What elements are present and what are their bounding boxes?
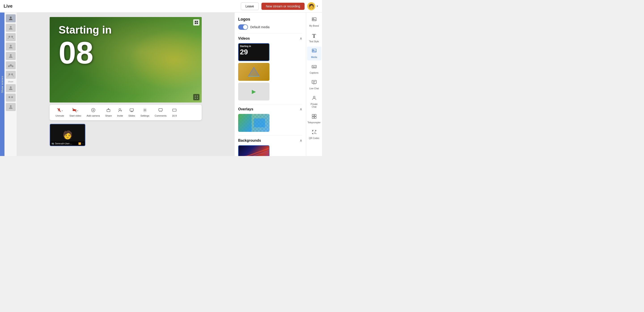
participant-slot[interactable] — [6, 61, 16, 69]
unmute-icon-group: ▾ — [57, 108, 63, 114]
header-right: Leave New stream or recording 🧑 ▼ — [241, 2, 318, 10]
svg-rect-56 — [312, 114, 314, 116]
sidebar-item-text-style[interactable]: T Text Style — [307, 31, 321, 45]
overlays-section: Overlays ∧ — [238, 107, 302, 132]
sidebar-item-qr-codes[interactable]: QR Codes — [307, 128, 321, 141]
toggle-row: Default media — [238, 25, 302, 30]
expand-button[interactable] — [193, 94, 200, 100]
svg-point-9 — [8, 73, 10, 75]
svg-point-1 — [10, 26, 12, 28]
sidebar-item-live-chat[interactable]: Live Chat — [307, 78, 321, 92]
svg-point-33 — [144, 109, 146, 111]
settings-icon — [143, 108, 147, 114]
header: Live Leave New stream or recording 🧑 ▼ — [0, 0, 322, 13]
video-arrow-icon: ▾ — [77, 110, 78, 112]
svg-rect-16 — [196, 21, 198, 22]
participant-slot[interactable] — [6, 14, 16, 22]
participant-slot[interactable] — [6, 43, 16, 51]
new-stream-button[interactable]: New stream or recording — [262, 3, 304, 10]
svg-rect-70 — [314, 133, 315, 134]
private-chat-icon — [312, 95, 317, 102]
video-countdown-label: Starting in29 — [240, 45, 251, 56]
backgrounds-collapse-button[interactable]: ∧ — [300, 138, 302, 143]
participant-slot[interactable] — [6, 24, 16, 32]
share-button[interactable]: Share — [103, 107, 114, 118]
invite-button[interactable]: Invite — [115, 107, 125, 118]
sidebar-item-captions[interactable]: Captions — [307, 62, 321, 76]
svg-rect-18 — [196, 23, 198, 24]
sidebar-item-teleprompter[interactable]: Teleprompter — [307, 112, 321, 126]
svg-rect-35 — [173, 109, 176, 111]
svg-rect-40 — [254, 118, 265, 127]
logos-section: Logos Default media — [238, 17, 302, 30]
svg-rect-34 — [159, 109, 162, 111]
share-label: Share — [105, 114, 112, 117]
thumbnail-row: 🧑 📷 Semrush-User-... 📶 ··· — [50, 124, 202, 146]
overlay-svg — [238, 114, 270, 132]
participant-slot[interactable] — [6, 84, 16, 92]
svg-point-3 — [11, 36, 13, 38]
laser-lines-icon — [238, 146, 270, 156]
thumbnail-avatar-icon: 🧑 — [62, 130, 73, 140]
add-camera-icon — [91, 108, 96, 114]
overlays-collapse-button[interactable]: ∧ — [300, 107, 302, 111]
sidebar-item-media[interactable]: Media — [307, 47, 321, 61]
divider3 — [238, 135, 302, 136]
start-video-label: Start video — [70, 114, 82, 117]
videos-collapse-button[interactable]: ∧ — [300, 36, 302, 41]
center-content: Starting in 08 — [17, 13, 234, 156]
svg-point-8 — [12, 65, 14, 67]
sidebar-item-my-brand[interactable]: My Brand — [307, 15, 321, 29]
comments-button[interactable]: Comments — [152, 107, 169, 118]
svg-point-26 — [119, 109, 121, 110]
unmute-button[interactable]: ▾ Unmute — [53, 107, 66, 118]
overlay-thumb-1[interactable] — [238, 114, 270, 132]
overlay-grid — [238, 114, 302, 132]
overlay-content — [238, 114, 270, 132]
svg-point-4 — [10, 45, 12, 47]
live-chat-label: Live Chat — [309, 87, 319, 90]
aspect-ratio-button[interactable]: 16:9 — [170, 107, 179, 118]
svg-rect-59 — [314, 117, 316, 118]
participant-slot[interactable] — [6, 94, 16, 102]
sidebar-item-private-chat[interactable]: Private Chat — [307, 94, 321, 110]
participant-slot[interactable] — [6, 71, 16, 79]
invite-icon — [118, 108, 122, 114]
svg-rect-62 — [314, 130, 314, 131]
teleprompter-label: Teleprompter — [308, 121, 320, 124]
bg-thumb-laser[interactable] — [238, 145, 270, 156]
grid-view-button[interactable] — [193, 19, 200, 26]
start-video-button[interactable]: ▾ Start video — [67, 107, 84, 118]
user-thumbnail[interactable]: 🧑 📷 Semrush-User-... 📶 ··· — [50, 124, 86, 146]
participant-slot[interactable] — [6, 52, 16, 60]
svg-point-11 — [10, 86, 12, 88]
thumbnail-username: Semrush-User-... — [55, 142, 77, 145]
share-label: Share — [8, 81, 13, 83]
unmute-arrow-icon: ▾ — [62, 110, 63, 112]
leave-button[interactable]: Leave — [241, 3, 259, 10]
video-thumb-prism[interactable] — [238, 63, 270, 81]
show-scenes-tab[interactable]: Show scenes — [0, 13, 4, 156]
video-thumb-empty[interactable]: ▶ — [238, 83, 270, 101]
slides-button[interactable]: Slides — [126, 107, 137, 118]
svg-rect-60 — [312, 130, 313, 131]
settings-button[interactable]: Settings — [138, 107, 152, 118]
svg-rect-52 — [312, 80, 316, 84]
participant-slot[interactable] — [6, 103, 16, 111]
svg-point-5 — [10, 54, 12, 56]
svg-rect-65 — [315, 130, 316, 131]
participant-slot[interactable] — [6, 33, 16, 41]
video-thumb-countdown[interactable]: Starting in29 — [238, 43, 270, 61]
video-empty-content: ▶ — [238, 83, 270, 101]
logos-title: Logos — [238, 17, 302, 22]
thumbnail-more-icon: ··· — [82, 142, 84, 145]
preview-starting-text: Starting in — [58, 24, 112, 36]
toggle-label: Default media — [250, 25, 270, 29]
user-avatar-container[interactable]: 🧑 ▼ — [307, 2, 318, 10]
svg-point-7 — [8, 65, 10, 67]
thumbnail-camera-icon: 📷 — [52, 142, 54, 145]
add-camera-button[interactable]: Add camera — [84, 107, 102, 118]
default-media-toggle[interactable] — [238, 25, 248, 30]
svg-marker-37 — [248, 67, 260, 76]
svg-point-2 — [8, 36, 10, 38]
